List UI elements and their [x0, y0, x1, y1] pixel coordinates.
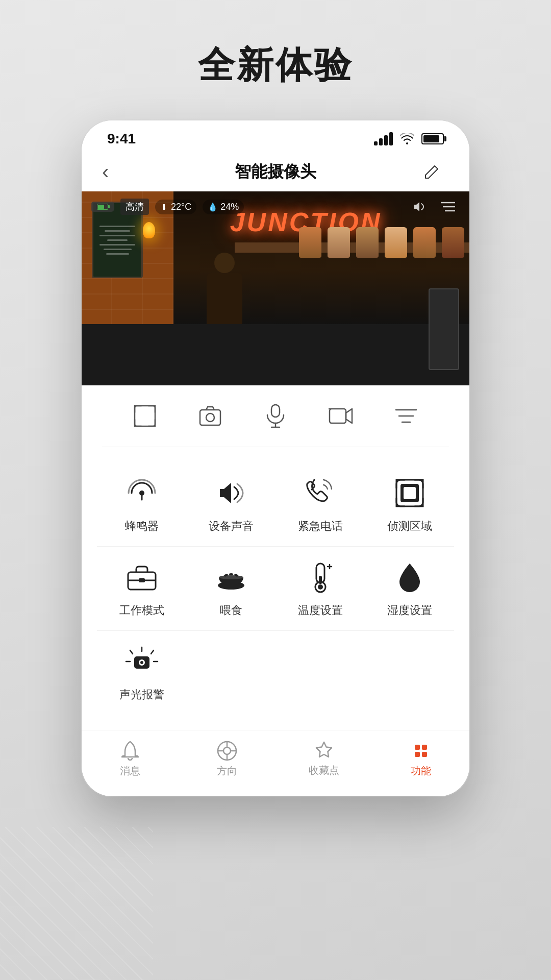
feature-feeding[interactable]: 喂食: [186, 547, 276, 630]
feature-temp-setting-label: 温度设置: [298, 603, 343, 618]
fullscreen-button[interactable]: [130, 401, 160, 431]
svg-rect-47: [422, 745, 427, 750]
drop-icon: [391, 559, 428, 596]
svg-rect-49: [422, 752, 427, 757]
feature-alarm[interactable]: 声光报警: [97, 631, 186, 715]
bell-icon: [121, 741, 139, 761]
nav-favorites[interactable]: 收藏点: [293, 741, 355, 777]
svg-rect-46: [415, 745, 420, 750]
svg-line-34: [151, 650, 154, 654]
thermometer-icon: [302, 559, 339, 596]
speaker-icon: [213, 475, 249, 511]
feature-device-sound-label: 设备声音: [209, 519, 254, 534]
feature-temp-setting[interactable]: 温度设置: [276, 547, 365, 630]
status-bar: 9:41: [82, 120, 469, 152]
svg-point-24: [229, 573, 233, 575]
signal-icon: [374, 132, 393, 145]
svg-point-22: [219, 575, 243, 579]
feature-work-mode[interactable]: 工作模式: [97, 547, 186, 630]
back-button[interactable]: ‹: [102, 160, 128, 183]
feature-device-sound[interactable]: 设备声音: [186, 462, 276, 546]
svg-rect-6: [271, 405, 280, 417]
alarm-icon: [123, 643, 160, 680]
edit-button[interactable]: [423, 164, 449, 180]
battery-icon: [421, 133, 444, 144]
nav-direction-label: 方向: [217, 764, 237, 778]
feature-alarm-label: 声光报警: [119, 687, 164, 702]
svg-rect-9: [330, 409, 346, 423]
feature-detection-zone-label: 侦测区域: [387, 519, 432, 534]
bottom-nav: 消息 方向 收藏点: [82, 730, 469, 796]
svg-rect-20: [139, 578, 145, 582]
feature-feeding-label: 喂食: [220, 603, 242, 618]
feature-detection-zone[interactable]: 侦测区域: [365, 462, 454, 546]
page-title: 全新体验: [198, 41, 353, 90]
screenshot-button[interactable]: [195, 401, 226, 431]
svg-rect-4: [200, 410, 220, 425]
nav-favorites-label: 收藏点: [309, 764, 339, 777]
microphone-button[interactable]: [260, 401, 291, 431]
svg-point-29: [318, 584, 323, 590]
wifi-icon: [400, 133, 414, 144]
svg-point-5: [206, 413, 214, 422]
record-button[interactable]: [325, 401, 356, 431]
camera-controls: [82, 385, 469, 447]
svg-rect-28: [319, 576, 322, 584]
briefcase-icon: [123, 559, 160, 596]
feature-work-mode-label: 工作模式: [119, 603, 164, 618]
svg-rect-17: [404, 487, 416, 499]
camera-view: JUNCTION: [82, 191, 469, 385]
svg-point-41: [223, 747, 231, 754]
feature-humidity-setting[interactable]: 湿度设置: [365, 547, 454, 630]
feature-emergency-call-label: 紧急电话: [298, 519, 343, 534]
feature-emergency-call[interactable]: 紧急电话: [276, 462, 365, 546]
nav-messages[interactable]: 消息: [99, 741, 161, 778]
feature-buzzer[interactable]: 蜂鸣器: [97, 462, 186, 546]
star-icon: [314, 741, 334, 761]
detect-icon: [391, 475, 428, 511]
more-button[interactable]: [391, 401, 421, 431]
phone-mockup: 9:41 ‹ 智能摄像头: [82, 120, 469, 796]
app-header: ‹ 智能摄像头: [82, 152, 469, 191]
diamond-icon: [411, 741, 431, 761]
feature-buzzer-label: 蜂鸣器: [125, 519, 159, 534]
features-section: 蜂鸣器 设备声音: [82, 447, 469, 730]
bowl-icon: [213, 559, 249, 596]
nav-direction[interactable]: 方向: [196, 741, 258, 778]
phone-icon: [302, 475, 339, 511]
header-title: 智能摄像头: [235, 161, 316, 183]
feature-humidity-setting-label: 湿度设置: [387, 603, 432, 618]
status-time: 9:41: [107, 131, 136, 147]
svg-point-39: [140, 661, 143, 664]
status-icons: [374, 132, 444, 145]
nav-functions[interactable]: 功能: [390, 741, 452, 778]
joystick-icon: [217, 741, 237, 761]
svg-rect-3: [135, 406, 155, 426]
svg-line-33: [130, 650, 133, 654]
svg-rect-48: [415, 752, 420, 757]
nav-messages-label: 消息: [120, 764, 140, 778]
nav-functions-label: 功能: [411, 764, 431, 778]
buzzer-icon: [123, 475, 160, 511]
